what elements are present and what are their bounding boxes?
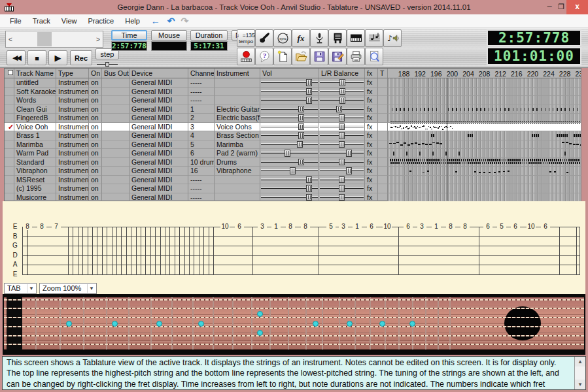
fx-button[interactable]: fx xyxy=(365,176,378,185)
track-bus-out[interactable] xyxy=(102,184,130,193)
volume-slider[interactable] xyxy=(306,185,312,192)
chevron-down-icon[interactable]: ▼ xyxy=(87,284,95,293)
track-device[interactable]: General MIDI xyxy=(130,123,188,132)
track-device[interactable]: General MIDI xyxy=(130,184,188,193)
select-all-checkbox[interactable] xyxy=(8,70,13,75)
track-timeline[interactable] xyxy=(388,78,581,88)
track-type[interactable]: Instrument xyxy=(56,149,89,158)
track-on[interactable]: on xyxy=(89,158,102,167)
track-bus-out[interactable] xyxy=(102,167,130,176)
track-timeline[interactable] xyxy=(388,140,581,150)
track-instrument[interactable] xyxy=(215,193,260,203)
zoom-select[interactable]: Zoom 100% ▼ xyxy=(39,283,97,294)
track-timeline[interactable] xyxy=(388,167,581,176)
balance-slider[interactable] xyxy=(336,106,342,113)
track-check[interactable] xyxy=(5,193,14,203)
help-scrollbar[interactable]: ▲ ▼ xyxy=(574,357,585,389)
track-channel[interactable]: 4 xyxy=(188,131,215,140)
track-device[interactable]: General MIDI xyxy=(130,140,188,150)
track-channel[interactable]: ----- xyxy=(188,176,215,185)
track-row-clean-gui[interactable]: Clean GuiInstrumentonGeneral MIDI1Electr… xyxy=(5,105,581,114)
track-channel[interactable]: ----- xyxy=(188,78,215,88)
track-type[interactable]: Instrument xyxy=(56,184,89,193)
track-bus-out[interactable] xyxy=(102,140,130,150)
track-bus-out[interactable] xyxy=(102,176,130,185)
fx-button[interactable]: fx xyxy=(365,88,378,97)
fx-icon[interactable]: fx xyxy=(292,29,310,47)
track-device[interactable]: General MIDI xyxy=(130,149,188,158)
track-timeline[interactable] xyxy=(388,123,581,132)
track-check[interactable] xyxy=(5,167,14,176)
column-header-t[interactable]: T xyxy=(378,69,388,78)
column-header-on[interactable]: On xyxy=(89,69,102,78)
track-row-fingeredb[interactable]: FingeredBInstrumentonGeneral MIDI2Electr… xyxy=(5,114,581,123)
track-bus-out[interactable] xyxy=(102,131,130,140)
track-row-vibraphon[interactable]: VibraphonInstrumentonGeneral MIDI16Vibra… xyxy=(5,167,581,176)
track-type[interactable]: Instrument xyxy=(56,140,89,150)
track-on[interactable]: on xyxy=(89,88,102,97)
column-header-type[interactable]: Type xyxy=(56,69,89,78)
fx-button[interactable]: fx xyxy=(365,140,378,150)
column-header-device[interactable]: Device xyxy=(130,69,188,78)
track-channel[interactable]: 10 drums xyxy=(188,158,215,167)
track-on[interactable]: on xyxy=(89,167,102,176)
scroll-up-icon[interactable]: ▲ xyxy=(575,357,585,367)
track-check[interactable]: ✓ xyxy=(5,123,14,132)
fx-button[interactable]: fx xyxy=(365,184,378,193)
track-timeline[interactable] xyxy=(388,96,581,105)
balance-slider[interactable] xyxy=(339,185,345,192)
track-device[interactable]: General MIDI xyxy=(130,78,188,88)
track-type[interactable]: Instrument xyxy=(56,123,89,132)
track-bus-out[interactable] xyxy=(102,158,130,167)
tab-mode-select[interactable]: TAB ▼ xyxy=(4,283,37,294)
help-icon[interactable]: ? xyxy=(255,48,273,65)
track-on[interactable]: on xyxy=(89,105,102,114)
menu-item-help[interactable]: Help xyxy=(125,17,140,25)
track-instrument[interactable]: Electric Guitar(clea xyxy=(215,105,260,114)
track-bus-out[interactable] xyxy=(102,96,130,105)
fx-button[interactable]: fx xyxy=(365,193,378,203)
track-check[interactable] xyxy=(5,149,14,158)
track-row-brass-1[interactable]: Brass 1InstrumentonGeneral MIDI4Brass Se… xyxy=(5,131,581,140)
track-type[interactable]: Instrument xyxy=(56,88,89,97)
track-on[interactable]: on xyxy=(89,184,102,193)
track-row-warm-pad[interactable]: Warm PadInstrumentonGeneral MIDI6Pad 2 (… xyxy=(5,149,581,158)
track-type[interactable]: Instrument xyxy=(56,176,89,185)
track-channel[interactable]: 6 xyxy=(188,149,215,158)
volume-slider[interactable] xyxy=(306,88,312,95)
track-timeline[interactable] xyxy=(388,158,581,167)
track-device[interactable]: General MIDI xyxy=(130,96,188,105)
track-check[interactable] xyxy=(5,184,14,193)
volume-slider[interactable] xyxy=(306,176,312,184)
track-bus-out[interactable] xyxy=(102,78,130,88)
maximize-button[interactable]: ❐ xyxy=(555,0,567,14)
track-check[interactable] xyxy=(5,78,14,88)
track-type[interactable]: Instrument xyxy=(56,131,89,140)
string-tuning-label[interactable]: E xyxy=(10,270,20,278)
track-on[interactable]: on xyxy=(89,96,102,105)
volume-slider[interactable] xyxy=(306,79,312,86)
track-on[interactable]: on xyxy=(89,131,102,140)
instrument-icon[interactable] xyxy=(255,29,273,47)
track-device[interactable]: General MIDI xyxy=(130,167,188,176)
volume-slider[interactable] xyxy=(290,167,296,174)
track-row--c-1995[interactable]: (c) 1995InstrumentonGeneral MIDI-----fx xyxy=(5,184,581,193)
track-device[interactable]: General MIDI xyxy=(130,114,188,123)
track-device[interactable]: General MIDI xyxy=(130,131,188,140)
track-instrument[interactable] xyxy=(215,88,260,97)
balance-slider[interactable] xyxy=(346,167,352,174)
volume-slider[interactable] xyxy=(298,106,304,113)
column-header-instrument[interactable]: Instrument xyxy=(215,69,260,78)
track-bus-out[interactable] xyxy=(102,193,130,203)
keyboard-icon[interactable] xyxy=(347,29,365,47)
balance-slider[interactable] xyxy=(339,132,345,139)
string-tuning-label[interactable]: G xyxy=(10,242,20,249)
track-bus-out[interactable] xyxy=(102,105,130,114)
fx-button[interactable]: fx xyxy=(365,167,378,176)
track-name[interactable]: Musicorre xyxy=(14,193,56,203)
volume-slider[interactable] xyxy=(298,132,304,139)
menu-item-view[interactable]: View xyxy=(61,17,77,25)
track-on[interactable]: on xyxy=(89,123,102,132)
track-check[interactable] xyxy=(5,88,14,97)
sync-icon[interactable]: sync xyxy=(273,29,292,47)
